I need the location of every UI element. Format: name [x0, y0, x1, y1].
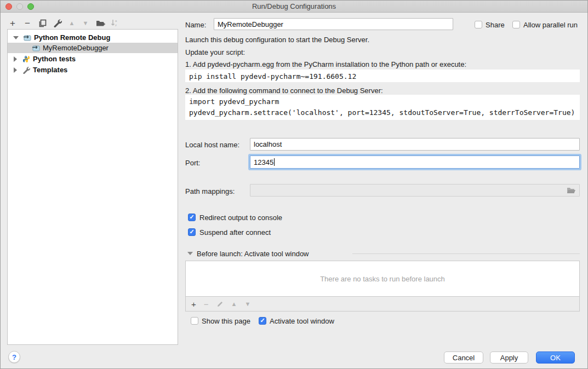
local-host-name-input[interactable] [250, 138, 580, 151]
add-configuration-button[interactable]: + [7, 18, 19, 28]
question-mark-icon: ? [12, 353, 16, 361]
task-list-toolbar: + − ▲ ▼ [185, 297, 580, 312]
cancel-button[interactable]: Cancel [444, 351, 483, 364]
title-bar: Run/Debug Configurations [1, 1, 587, 13]
run-config-icon [23, 34, 32, 42]
templates-wrench-icon [22, 66, 31, 74]
svg-text:z: z [115, 24, 117, 27]
tree-item-myremotedebugger-selected[interactable]: MyRemoteDebugger [8, 43, 178, 53]
tree-item-python-remote-debug[interactable]: Python Remote Debug [8, 32, 178, 43]
ok-button-label: OK [550, 354, 561, 362]
name-input[interactable] [214, 18, 453, 30]
copy-icon [38, 19, 47, 27]
instruction-line-2: Update your script: [185, 48, 245, 56]
allow-parallel-run-label: Allow parallel run [523, 21, 578, 29]
move-task-down-button[interactable]: ▼ [244, 301, 250, 307]
local-host-name-label: Local host name: [185, 141, 239, 149]
run-config-icon [32, 44, 41, 52]
no-tasks-placeholder: There are no tasks to run before launch [320, 275, 445, 283]
code-line-1: import pydevd_pycharm [189, 96, 576, 107]
copy-configuration-button[interactable] [36, 18, 48, 28]
suspend-after-connect-checkbox[interactable] [188, 228, 196, 236]
expand-arrow-icon[interactable] [14, 56, 17, 62]
tree-item-label: Templates [33, 66, 67, 74]
redirect-output-checkbox[interactable] [188, 214, 196, 221]
remove-task-button[interactable]: − [204, 299, 209, 309]
tree-item-templates[interactable]: Templates [8, 65, 178, 75]
arrow-up-icon: ▲ [69, 20, 75, 26]
folder-plus-icon [96, 19, 105, 27]
activate-tool-window-label: Activate tool window [270, 317, 334, 325]
show-this-page-label: Show this page [202, 317, 250, 325]
move-up-button[interactable]: ▲ [66, 18, 78, 28]
redirect-output-label: Redirect output to console [199, 214, 282, 222]
plus-icon: + [10, 19, 15, 28]
port-label: Port: [185, 159, 200, 167]
name-label: Name: [185, 21, 206, 29]
cancel-button-label: Cancel [453, 354, 475, 362]
apply-button-label: Apply [500, 354, 518, 362]
before-launch-collapse-icon[interactable] [187, 252, 193, 255]
tree-item-python-tests[interactable]: Python tests [8, 54, 178, 64]
edit-task-pencil-icon[interactable] [216, 301, 224, 308]
instruction-step-1: 1. Add pydevd-pycharm.egg from the PyCha… [185, 60, 466, 68]
add-task-button[interactable]: + [191, 300, 196, 308]
run-debug-configurations-dialog: Run/Debug Configurations + − ▲ ▼ a z [0, 0, 588, 369]
allow-parallel-run-checkbox[interactable] [512, 21, 520, 28]
instruction-line-1: Launch this debug configuration to start… [185, 36, 369, 44]
port-input[interactable]: 12345 [250, 155, 580, 169]
share-checkbox[interactable] [475, 21, 482, 28]
edit-templates-button[interactable] [52, 18, 64, 28]
collapse-arrow-icon[interactable] [13, 36, 19, 39]
path-mappings-input[interactable] [250, 184, 580, 197]
sort-configurations-button[interactable]: a z [109, 18, 121, 28]
ok-button[interactable]: OK [536, 351, 575, 364]
text-caret [274, 158, 275, 166]
pip-install-code: pip install pydevd-pycharm~=191.6605.12 [185, 70, 580, 82]
tree-item-label: MyRemoteDebugger [43, 44, 109, 52]
port-value: 12345 [254, 158, 273, 166]
instruction-step-2: 2. Add the following command to connect … [185, 87, 383, 95]
minus-icon: − [25, 19, 30, 28]
browse-folder-icon[interactable] [567, 187, 576, 194]
settrace-code: import pydevd_pycharmpydevd_pycharm.sett… [185, 95, 580, 120]
apply-button[interactable]: Apply [490, 351, 528, 364]
expand-arrow-icon[interactable] [14, 67, 17, 73]
before-launch-task-list[interactable]: There are no tasks to run before launch [185, 261, 580, 297]
move-down-button[interactable]: ▼ [79, 18, 92, 28]
before-launch-title: Before launch: Activate tool window [197, 250, 309, 258]
configurations-tree: Python Remote Debug MyRemoteDebugger Pyt… [7, 29, 178, 345]
arrow-down-icon: ▼ [83, 20, 89, 26]
show-this-page-checkbox[interactable] [191, 317, 198, 325]
wrench-icon [53, 19, 62, 27]
sort-az-icon: a z [111, 19, 119, 27]
path-mappings-label: Path mappings: [185, 187, 235, 195]
tree-item-label: Python tests [33, 55, 76, 63]
svg-text:a: a [115, 19, 117, 22]
create-folder-button[interactable] [94, 18, 106, 28]
share-label: Share [486, 21, 505, 29]
remove-configuration-button[interactable]: − [21, 18, 33, 28]
activate-tool-window-checkbox[interactable] [259, 317, 266, 325]
python-logo-icon [22, 55, 31, 63]
help-button[interactable]: ? [8, 351, 20, 363]
code-line-2: pydevd_pycharm.settrace('localhost', por… [189, 107, 576, 118]
before-launch-separator [352, 253, 580, 254]
move-task-up-button[interactable]: ▲ [231, 301, 237, 307]
window-title: Run/Debug Configurations [1, 2, 587, 10]
tree-item-label: Python Remote Debug [34, 33, 110, 42]
suspend-after-connect-label: Suspend after connect [199, 228, 271, 237]
